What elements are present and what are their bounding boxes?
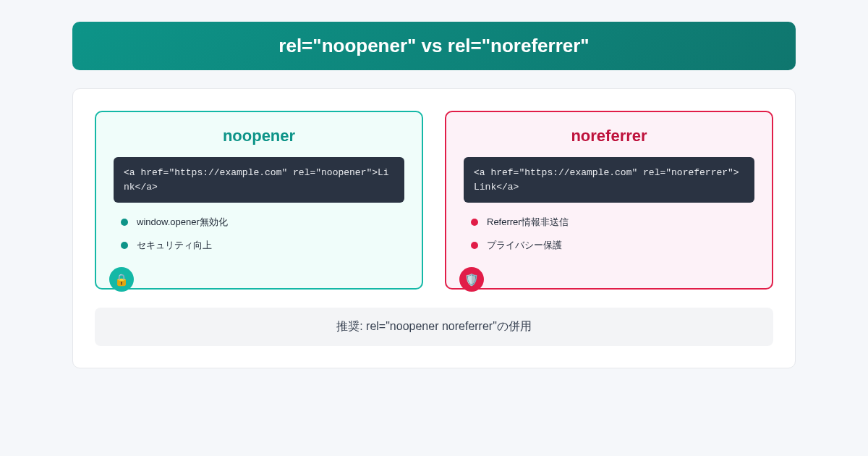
list-item: セキュリティ向上 <box>121 239 404 252</box>
shield-icon: 🛡️ <box>459 267 484 292</box>
noreferrer-code-block: <a href="https://example.com" rel="noref… <box>464 157 754 203</box>
noreferrer-title: noreferrer <box>464 127 754 145</box>
lock-icon: 🔒 <box>109 267 134 292</box>
feature-text: セキュリティ向上 <box>137 239 212 252</box>
bullet-icon <box>121 242 128 249</box>
noopener-card: noopener <a href="https://example.com" r… <box>95 111 423 290</box>
list-item: Referrer情報非送信 <box>471 216 754 229</box>
list-item: window.opener無効化 <box>121 216 404 229</box>
bullet-icon <box>471 242 478 249</box>
recommendation-text: 推奨: rel="noopener noreferrer"の併用 <box>336 320 532 332</box>
bullet-icon <box>121 219 128 226</box>
list-item: プライバシー保護 <box>471 239 754 252</box>
main-card: noopener <a href="https://example.com" r… <box>72 88 796 368</box>
cards-row: noopener <a href="https://example.com" r… <box>95 111 773 290</box>
noopener-code-block: <a href="https://example.com" rel="noope… <box>114 157 404 203</box>
feature-text: Referrer情報非送信 <box>487 216 569 229</box>
noopener-title: noopener <box>114 127 404 145</box>
bullet-icon <box>471 219 478 226</box>
feature-text: window.opener無効化 <box>137 216 228 229</box>
feature-text: プライバシー保護 <box>487 239 562 252</box>
noreferrer-feature-list: Referrer情報非送信 プライバシー保護 <box>464 216 754 252</box>
noreferrer-card: noreferrer <a href="https://example.com"… <box>445 111 773 290</box>
noopener-feature-list: window.opener無効化 セキュリティ向上 <box>114 216 404 252</box>
page-title: rel="noopener" vs rel="noreferrer" <box>278 35 589 56</box>
page-header: rel="noopener" vs rel="noreferrer" <box>72 22 796 70</box>
footer-note: 推奨: rel="noopener noreferrer"の併用 <box>95 308 773 346</box>
